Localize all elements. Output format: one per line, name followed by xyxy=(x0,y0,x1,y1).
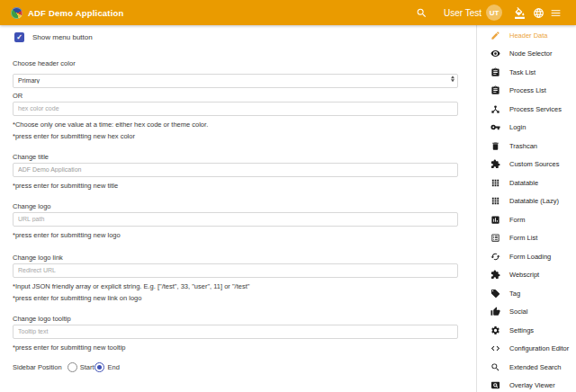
sidebar-item-node-selector[interactable]: Node Selector xyxy=(477,45,576,64)
sidebar-item-label: Custom Sources xyxy=(509,160,559,168)
sidebar-item-datatable[interactable]: Datatable xyxy=(477,174,576,192)
sidebar-position-start-radio[interactable] xyxy=(68,362,77,372)
sidebar-position-group: Sidebar Position Start End xyxy=(13,362,458,372)
search-icon xyxy=(490,362,500,372)
hex-color-input[interactable] xyxy=(13,102,458,116)
puzzle-icon xyxy=(490,270,500,280)
sidebar-item-label: Overlay Viewer xyxy=(509,381,555,389)
chart-icon xyxy=(490,215,500,225)
sidebar-item-trashcan[interactable]: Trashcan xyxy=(477,137,576,156)
paint-fill-icon[interactable] xyxy=(514,7,526,19)
app-window: ADF Demo Application User Test UT Show m… xyxy=(0,0,576,392)
tag-icon xyxy=(490,289,500,298)
sidebar-item-tag[interactable]: Tag xyxy=(477,284,576,303)
app-header: ADF Demo Application User Test UT xyxy=(0,0,576,25)
grid-icon xyxy=(490,196,500,206)
change-title-label: Change title xyxy=(13,153,458,161)
list-alt-icon xyxy=(490,233,500,243)
sidebar-item-datatable-lazy[interactable]: Datatable (Lazy) xyxy=(477,192,576,211)
sidebar-item-label: Extended Search xyxy=(509,363,562,371)
sidebar-item-configuration-editor[interactable]: Configuration Editor xyxy=(477,340,576,359)
header-color-note-1: *Choose only one value at a time: either… xyxy=(13,120,458,129)
sidebar-item-label: Header Data xyxy=(509,31,548,40)
sidebar-item-social[interactable]: Social xyxy=(477,303,576,322)
sidebar-item-label: Form xyxy=(509,216,526,224)
gear-icon xyxy=(490,325,500,335)
sidebar-item-label: Process Services xyxy=(509,105,562,113)
grid-icon xyxy=(490,178,500,188)
app-menu-sidebar: Header DataNode SelectorTask ListProcess… xyxy=(477,25,576,392)
clipboard-icon xyxy=(490,67,500,77)
edit-icon xyxy=(490,31,500,40)
sidebar-item-settings[interactable]: Settings xyxy=(477,321,576,340)
sidebar-item-process-list[interactable]: Process List xyxy=(477,82,576,101)
clipboard-icon xyxy=(490,85,500,95)
avatar[interactable]: UT xyxy=(486,4,502,21)
change-logo-link-label: Change logo link xyxy=(13,254,458,262)
show-menu-label: Show menu button xyxy=(32,33,93,41)
tooltip-input[interactable] xyxy=(13,325,458,339)
adf-logo[interactable] xyxy=(11,7,22,19)
puzzle-icon xyxy=(490,159,500,169)
sidebar-item-label: Settings xyxy=(509,326,534,334)
sidebar-item-label: Webscript xyxy=(509,271,539,279)
sidebar-item-login[interactable]: Login xyxy=(477,119,576,138)
tooltip-note: *press enter for submitting new tooltip xyxy=(13,343,458,352)
trash-icon xyxy=(490,141,500,151)
logo-note: *press enter for submitting new logo xyxy=(13,231,458,239)
logo-url-input[interactable] xyxy=(13,212,458,227)
key-icon xyxy=(490,122,500,132)
sidebar-item-form[interactable]: Form xyxy=(477,210,576,229)
sidebar-item-custom-sources[interactable]: Custom Sources xyxy=(477,156,576,174)
user-name: User Test xyxy=(444,8,482,18)
search-icon[interactable] xyxy=(416,7,428,19)
sidebar-item-task-list[interactable]: Task List xyxy=(477,63,576,82)
sidebar-item-webscript[interactable]: Webscript xyxy=(477,266,576,285)
sidebar-position-end-radio[interactable] xyxy=(94,362,104,372)
sidebar-item-form-loading[interactable]: Form Loading xyxy=(477,247,576,266)
logo-link-note-1: *Input JSON friendly array or explicit s… xyxy=(13,282,458,290)
code-icon xyxy=(490,343,500,353)
overlay-viewer-icon xyxy=(490,380,500,390)
show-menu-checkbox[interactable] xyxy=(14,32,24,42)
sidebar-item-overlay-viewer[interactable]: Overlay Viewer xyxy=(477,377,576,392)
sidebar-item-process-services[interactable]: Process Services xyxy=(477,100,576,119)
title-input[interactable] xyxy=(13,163,458,177)
globe-icon[interactable] xyxy=(533,7,544,19)
header-color-label: Choose header color xyxy=(13,59,458,67)
or-label: OR xyxy=(13,92,458,100)
change-logo-label: Change logo xyxy=(13,202,458,210)
select-spinner-icon xyxy=(451,76,454,83)
sidebar-item-label: Login xyxy=(509,123,526,131)
hub-icon xyxy=(490,104,500,114)
title-note: *press enter for submitting new title xyxy=(13,182,458,190)
sidebar-item-label: Process List xyxy=(509,86,546,94)
sidebar-item-label: Form List xyxy=(509,234,537,242)
header-data-panel: Show menu button Choose header color Pri… xyxy=(0,25,477,392)
sidebar-item-label: Datatable (Lazy) xyxy=(509,197,559,205)
sidebar-position-end-label: End xyxy=(107,363,119,371)
sidebar-item-label: Datatable xyxy=(509,179,538,187)
sync-icon xyxy=(490,252,500,262)
app-title: ADF Demo Application xyxy=(28,8,124,18)
thumb-up-icon xyxy=(490,307,500,316)
sidebar-item-label: Social xyxy=(509,307,527,316)
eye-icon xyxy=(490,49,500,58)
sidebar-item-label: Tag xyxy=(509,290,520,298)
sidebar-item-label: Trashcan xyxy=(509,142,537,150)
menu-icon[interactable] xyxy=(550,7,562,19)
sidebar-item-extended-search[interactable]: Extended Search xyxy=(477,358,576,377)
sidebar-item-label: Form Loading xyxy=(509,253,551,261)
sidebar-item-label: Node Selector xyxy=(509,49,553,58)
sidebar-item-label: Configuration Editor xyxy=(509,344,569,352)
logo-link-input[interactable] xyxy=(13,263,458,278)
sidebar-item-label: Task List xyxy=(509,68,536,76)
sidebar-position-label: Sidebar Position xyxy=(13,363,62,371)
sidebar-position-start-label: Start xyxy=(80,363,94,371)
sidebar-item-form-list[interactable]: Form List xyxy=(477,229,576,248)
header-color-select[interactable]: Primary xyxy=(13,74,458,88)
header-color-note-2: *press enter for submitting new hex colo… xyxy=(13,132,458,140)
sidebar-item-header-data[interactable]: Header Data xyxy=(477,26,576,45)
change-tooltip-label: Change logo tooltip xyxy=(13,315,458,323)
logo-link-note-2: *press enter for submitting new link on … xyxy=(13,294,458,302)
